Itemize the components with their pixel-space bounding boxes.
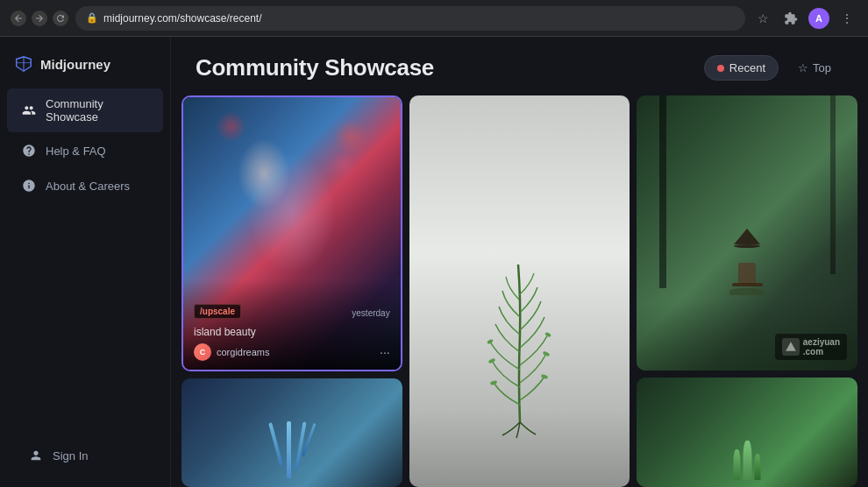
top-button[interactable]: ☆ Top bbox=[786, 56, 843, 80]
lock-icon: 🔒 bbox=[86, 12, 98, 24]
person-icon bbox=[28, 448, 44, 463]
sidebar-item-about-careers[interactable]: About & Careers bbox=[7, 169, 163, 202]
card-fern[interactable] bbox=[409, 95, 630, 487]
sidebar-item-label: Help & FAQ bbox=[46, 145, 106, 158]
card-menu-button[interactable]: ··· bbox=[380, 345, 390, 359]
card-title: island beauty bbox=[194, 326, 390, 338]
card-image-green bbox=[637, 378, 857, 487]
reload-button[interactable] bbox=[53, 11, 68, 26]
card-overlay: /upscale yesterday island beauty C corgi… bbox=[183, 279, 401, 370]
svg-point-5 bbox=[544, 332, 551, 338]
page-title: Community Showcase bbox=[196, 54, 434, 81]
watermark-logo bbox=[782, 338, 800, 356]
card-swamp-wizard[interactable]: aeziyuan .com bbox=[637, 95, 857, 371]
url-text: midjourney.com/showcase/recent/ bbox=[103, 12, 262, 25]
gallery: /upscale yesterday island beauty C corgi… bbox=[171, 95, 868, 487]
svg-point-4 bbox=[542, 351, 550, 357]
header-actions: Recent ☆ Top bbox=[704, 55, 843, 81]
recent-button[interactable]: Recent bbox=[704, 55, 779, 81]
tree-1 bbox=[659, 95, 666, 288]
browser-bar: 🔒 midjourney.com/showcase/recent/ ☆ A ⋮ bbox=[0, 0, 868, 37]
svg-point-2 bbox=[486, 339, 493, 345]
watermark: aeziyuan .com bbox=[775, 334, 847, 360]
card-image-blue bbox=[181, 378, 402, 487]
gallery-column-2 bbox=[409, 95, 630, 487]
tree-2 bbox=[830, 95, 836, 274]
wizard-hat bbox=[734, 229, 760, 246]
sidebar: Midjourney Community Showcase Help & FAQ… bbox=[0, 37, 171, 487]
browser-controls bbox=[11, 11, 68, 26]
top-label: Top bbox=[813, 61, 831, 74]
card-username: corgidreams bbox=[217, 347, 374, 357]
face-glow bbox=[238, 138, 290, 208]
main-header: Community Showcase Recent ☆ Top bbox=[171, 37, 868, 95]
flower2 bbox=[331, 152, 357, 178]
forest-elements bbox=[734, 441, 761, 480]
sidebar-logo[interactable]: Midjourney bbox=[0, 51, 170, 88]
community-icon bbox=[21, 102, 37, 118]
card-avatar: C bbox=[194, 343, 211, 361]
logo-text: Midjourney bbox=[40, 57, 110, 72]
recent-label: Recent bbox=[729, 61, 765, 74]
midjourney-logo-icon bbox=[14, 54, 33, 74]
svg-marker-6 bbox=[786, 342, 796, 351]
sidebar-item-label: Community Showcase bbox=[46, 97, 149, 124]
browser-actions: ☆ A ⋮ bbox=[752, 8, 857, 29]
card-user: C corgidreams ··· bbox=[194, 343, 390, 361]
sidebar-item-label: Sign In bbox=[53, 449, 88, 462]
svg-point-3 bbox=[540, 374, 548, 379]
flower3 bbox=[216, 111, 246, 142]
extensions-button[interactable] bbox=[780, 8, 801, 29]
card-blue-spiky[interactable] bbox=[181, 378, 402, 487]
sidebar-item-sign-in[interactable]: Sign In bbox=[14, 439, 156, 472]
card-underwater-beauty[interactable]: /upscale yesterday island beauty C corgi… bbox=[181, 95, 402, 371]
forward-button[interactable] bbox=[32, 11, 47, 26]
back-button[interactable] bbox=[11, 11, 26, 26]
card-image-fern bbox=[409, 95, 630, 487]
recent-dot bbox=[717, 65, 724, 72]
bookmark-star-button[interactable]: ☆ bbox=[752, 8, 773, 29]
main-content: Community Showcase Recent ☆ Top bbox=[171, 37, 868, 487]
sidebar-item-community-showcase[interactable]: Community Showcase bbox=[7, 88, 163, 132]
star-icon: ☆ bbox=[798, 61, 808, 74]
fern-svg bbox=[485, 247, 555, 440]
app-container: Midjourney Community Showcase Help & FAQ… bbox=[0, 37, 868, 487]
spiky-elements bbox=[280, 421, 304, 478]
flower1 bbox=[333, 119, 368, 154]
sidebar-bottom: Sign In bbox=[0, 431, 170, 473]
sidebar-item-label: About & Careers bbox=[46, 180, 130, 193]
svg-point-1 bbox=[487, 358, 495, 364]
card-image-wizard bbox=[637, 95, 857, 371]
svg-point-0 bbox=[489, 380, 497, 385]
address-bar[interactable]: 🔒 midjourney.com/showcase/recent/ bbox=[75, 6, 745, 31]
help-icon bbox=[21, 143, 37, 159]
menu-button[interactable]: ⋮ bbox=[836, 8, 857, 29]
info-icon bbox=[21, 178, 37, 194]
card-tag: /upscale bbox=[194, 304, 241, 319]
card-green-forest[interactable] bbox=[637, 378, 857, 487]
watermark-text: aeziyuan .com bbox=[803, 337, 840, 356]
gallery-column-1: /upscale yesterday island beauty C corgi… bbox=[181, 95, 402, 487]
sidebar-item-help-faq[interactable]: Help & FAQ bbox=[7, 134, 163, 167]
gallery-column-3: aeziyuan .com bbox=[637, 95, 857, 487]
profile-button[interactable]: A bbox=[808, 8, 829, 29]
card-timestamp: yesterday bbox=[352, 308, 389, 318]
